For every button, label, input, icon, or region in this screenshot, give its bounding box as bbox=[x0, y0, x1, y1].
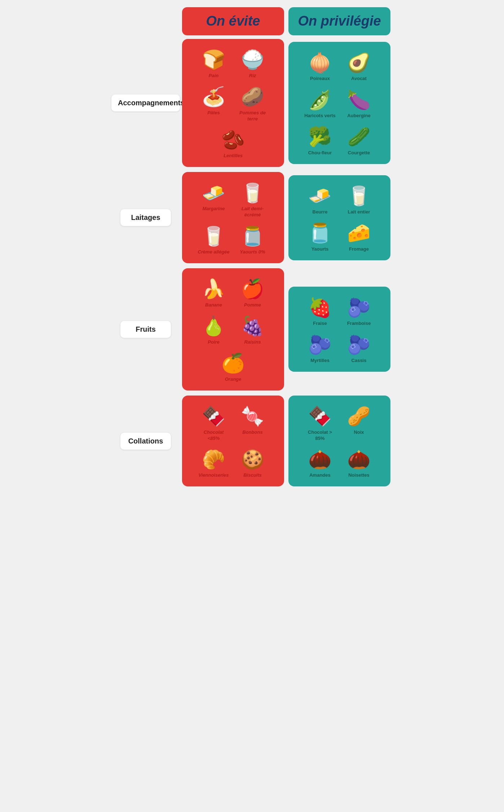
food-label-prefer-aubergine: Aubergine bbox=[347, 113, 370, 119]
food-item-orange: 🍊Orange bbox=[217, 352, 249, 383]
food-label-prefer-cassis: Cassis bbox=[352, 358, 367, 364]
avoid-card-laitages: 🧈Margarine🥛Lait demi-écrémé🥛Crème allégé… bbox=[182, 172, 284, 263]
section-label-laitages: Laitages bbox=[120, 209, 171, 226]
food-item-margarine: 🧈Margarine bbox=[198, 181, 230, 212]
food-icon-prefer-haricots-verts: 🫛 bbox=[308, 88, 332, 111]
food-label-prefer-noix: Noix bbox=[354, 429, 364, 436]
label-wrap-laitages: Laitages bbox=[111, 209, 180, 226]
food-item-poire: 🍐Poire bbox=[198, 315, 230, 345]
food-label-prefer-fraise: Fraise bbox=[313, 321, 327, 327]
food-label-biscuits: Biscuits bbox=[243, 472, 262, 478]
food-icon-pommes-de-terre: 🥔 bbox=[241, 85, 264, 109]
prefer-card-fruits: 🍓Fraise🫐Framboise🫐Myrtilles🫐Cassis bbox=[288, 287, 390, 372]
food-icon-prefer-aubergine: 🍆 bbox=[347, 88, 371, 111]
food-item-creme-allegee: 🥛Crème allégée bbox=[198, 225, 230, 255]
food-label-prefer-haricots-verts: Haricots verts bbox=[304, 113, 336, 119]
food-label-poire: Poire bbox=[208, 339, 220, 345]
food-icon-prefer-courgette: 🥒 bbox=[347, 125, 371, 149]
food-label-pomme: Pomme bbox=[244, 302, 261, 308]
food-item-prefer-fraise: 🍓Fraise bbox=[304, 296, 336, 327]
food-label-prefer-lait-entier: Lait entier bbox=[348, 209, 370, 215]
food-label-prefer-chocolat-gt85: Chocolat > 85% bbox=[304, 429, 336, 442]
food-item-prefer-haricots-verts: 🫛Haricots verts bbox=[304, 88, 336, 119]
food-label-prefer-beurre: Beurre bbox=[313, 209, 328, 215]
food-item-viennoiseries: 🥐Viennoiseries bbox=[198, 448, 230, 478]
food-item-pates: 🍝Pâtes bbox=[198, 85, 230, 116]
food-label-prefer-avocat: Avocat bbox=[351, 76, 367, 82]
label-wrap-accompagnements: Accompagnements bbox=[111, 94, 180, 111]
food-item-lentilles: 🫘Lentilles bbox=[217, 128, 249, 159]
header-row: On évite On privilégie bbox=[111, 7, 393, 35]
food-icon-prefer-noix: 🥜 bbox=[347, 405, 371, 428]
food-icon-pomme: 🍎 bbox=[241, 278, 264, 301]
food-label-prefer-framboise: Framboise bbox=[347, 321, 371, 327]
food-icon-raisins: 🍇 bbox=[241, 315, 264, 338]
food-label-yaourts-0: Yaourts 0% bbox=[240, 249, 265, 255]
section-label-accompagnements: Accompagnements bbox=[111, 94, 180, 111]
food-icon-prefer-fromage: 🧀 bbox=[347, 222, 371, 245]
food-label-prefer-courgette: Courgette bbox=[348, 150, 370, 156]
food-label-prefer-amandes: Amandes bbox=[309, 472, 331, 478]
food-label-prefer-poireaux: Poireaux bbox=[310, 76, 330, 82]
food-item-prefer-fromage: 🧀Fromage bbox=[343, 222, 375, 252]
food-item-prefer-myrtilles: 🫐Myrtilles bbox=[304, 333, 336, 364]
food-label-prefer-fromage: Fromage bbox=[349, 246, 369, 252]
food-item-raisins: 🍇Raisins bbox=[236, 315, 269, 345]
food-item-prefer-aubergine: 🍆Aubergine bbox=[343, 88, 375, 119]
food-item-prefer-avocat: 🥑Avocat bbox=[343, 51, 375, 82]
food-icon-prefer-framboise: 🫐 bbox=[347, 296, 371, 319]
food-icon-yaourts-0: 🫙 bbox=[241, 225, 264, 248]
label-wrap-collations: Collations bbox=[111, 433, 180, 450]
food-icon-riz: 🍚 bbox=[241, 48, 264, 71]
food-icon-creme-allegee: 🥛 bbox=[202, 225, 225, 248]
food-icon-prefer-avocat: 🥑 bbox=[347, 51, 371, 74]
food-icon-lentilles: 🫘 bbox=[221, 128, 245, 151]
food-icon-orange: 🍊 bbox=[221, 352, 245, 375]
food-item-prefer-lait-entier: 🥛Lait entier bbox=[343, 185, 375, 215]
food-item-prefer-cassis: 🫐Cassis bbox=[343, 333, 375, 364]
food-label-orange: Orange bbox=[225, 376, 242, 383]
food-icon-lait-demi: 🥛 bbox=[241, 181, 264, 204]
food-icon-prefer-myrtilles: 🫐 bbox=[308, 333, 332, 356]
food-icon-poire: 🍐 bbox=[202, 315, 225, 338]
food-icon-pain: 🍞 bbox=[202, 48, 225, 71]
prefer-card-laitages: 🧈Beurre🥛Lait entier🫙Yaourts🧀Fromage bbox=[288, 175, 390, 260]
food-label-bonbons: Bonbons bbox=[242, 429, 262, 436]
food-label-prefer-yaourts: Yaourts bbox=[311, 246, 329, 252]
food-item-biscuits: 🍪Biscuits bbox=[236, 448, 269, 478]
section-label-fruits: Fruits bbox=[120, 321, 171, 338]
food-icon-prefer-yaourts: 🫙 bbox=[308, 222, 332, 245]
food-icon-prefer-lait-entier: 🥛 bbox=[347, 185, 371, 208]
food-icon-prefer-noisettes: 🌰 bbox=[347, 448, 371, 471]
food-item-prefer-framboise: 🫐Framboise bbox=[343, 296, 375, 327]
food-icon-prefer-chou-fleur: 🥦 bbox=[308, 125, 332, 149]
label-wrap-fruits: Fruits bbox=[111, 321, 180, 338]
food-label-prefer-myrtilles: Myrtilles bbox=[310, 358, 330, 364]
sections-container: Accompagnements🍞Pain🍚Riz🍝Pâtes🥔Pommes de… bbox=[111, 39, 393, 492]
food-label-raisins: Raisins bbox=[244, 339, 261, 345]
food-item-yaourts-0: 🫙Yaourts 0% bbox=[236, 225, 269, 255]
food-item-pain: 🍞Pain bbox=[198, 48, 230, 79]
food-icon-viennoiseries: 🥐 bbox=[202, 448, 225, 471]
food-label-pain: Pain bbox=[209, 73, 218, 79]
food-item-prefer-beurre: 🧈Beurre bbox=[304, 185, 336, 215]
header-avoid: On évite bbox=[182, 7, 284, 35]
food-icon-biscuits: 🍪 bbox=[241, 448, 264, 471]
food-item-prefer-poireaux: 🧅Poireaux bbox=[304, 51, 336, 82]
food-item-bonbons: 🍬Bonbons bbox=[236, 405, 269, 436]
prefer-card-accompagnements: 🧅Poireaux🥑Avocat🫛Haricots verts🍆Aubergin… bbox=[288, 42, 390, 164]
food-label-margarine: Margarine bbox=[202, 206, 225, 212]
section-row-fruits: Fruits🍌Banane🍎Pomme🍐Poire🍇Raisins🍊Orange… bbox=[111, 268, 393, 390]
food-icon-prefer-fraise: 🍓 bbox=[308, 296, 332, 319]
food-icon-bonbons: 🍬 bbox=[241, 405, 264, 428]
food-label-pates: Pâtes bbox=[207, 110, 220, 116]
food-icon-prefer-poireaux: 🧅 bbox=[308, 51, 332, 74]
page-wrapper: On évite On privilégie Accompagnements🍞P… bbox=[111, 7, 393, 491]
section-label-collations: Collations bbox=[120, 433, 171, 450]
food-label-banane: Banane bbox=[205, 302, 222, 308]
food-label-viennoiseries: Viennoiseries bbox=[198, 472, 229, 478]
food-label-prefer-chou-fleur: Chou-fleur bbox=[308, 150, 332, 156]
food-icon-pates: 🍝 bbox=[202, 85, 225, 109]
food-item-prefer-noix: 🥜Noix bbox=[343, 405, 375, 436]
header-avoid-title: On évite bbox=[206, 14, 260, 29]
